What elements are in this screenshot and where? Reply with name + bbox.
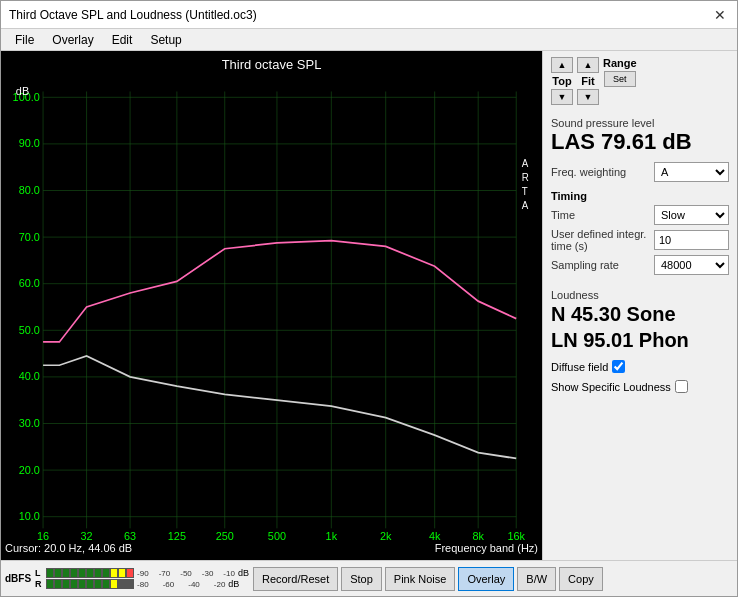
- level-R-row: R -80-60-40-20 dB: [35, 579, 249, 589]
- spl-value: LAS 79.61 dB: [551, 129, 729, 155]
- svg-text:2k: 2k: [380, 530, 392, 540]
- timing-section: Timing Time Slow Fast User defined integ…: [551, 190, 729, 275]
- svg-text:60.0: 60.0: [19, 277, 40, 289]
- diffuse-field-row: Diffuse field: [551, 360, 729, 373]
- menu-overlay[interactable]: Overlay: [44, 31, 101, 48]
- level-meters: L -90-70-50-30-10 dB: [35, 568, 249, 589]
- bottom-bar: dBFS L -9: [1, 560, 737, 596]
- user-defined-input[interactable]: [654, 230, 729, 250]
- time-select[interactable]: Slow Fast: [654, 205, 729, 225]
- right-panel: ▲ Top ▼ ▲ Fit ▼ Range Set Sound pressure…: [542, 51, 737, 560]
- dB-label-L: dB: [238, 568, 249, 578]
- svg-text:16k: 16k: [507, 530, 525, 540]
- top-up-button[interactable]: ▲: [551, 57, 573, 73]
- spl-section-label: Sound pressure level: [551, 117, 729, 129]
- show-specific-row: Show Specific Loudness: [551, 380, 729, 393]
- svg-text:30.0: 30.0: [19, 417, 40, 429]
- svg-text:T: T: [522, 186, 528, 197]
- svg-text:A: A: [522, 158, 529, 169]
- svg-text:90.0: 90.0: [19, 137, 40, 149]
- svg-text:R: R: [522, 172, 529, 183]
- L-scale: -90-70-50-30-10: [137, 569, 235, 578]
- cursor-text: Cursor: 20.0 Hz, 44.06 dB: [5, 542, 132, 554]
- svg-text:10.0: 10.0: [19, 510, 40, 522]
- sampling-label: Sampling rate: [551, 259, 619, 271]
- user-defined-row: User defined integr. time (s): [551, 228, 729, 252]
- main-window: Third Octave SPL and Loudness (Untitled.…: [0, 0, 738, 597]
- title-bar: Third Octave SPL and Loudness (Untitled.…: [1, 1, 737, 29]
- svg-text:63: 63: [124, 530, 136, 540]
- chart-area: Third octave SPL: [1, 51, 542, 560]
- sampling-select[interactable]: 48000 44100: [654, 255, 729, 275]
- chart-container: 100.0 90.0 80.0 70.0 60.0 50.0 40.0 30.0…: [5, 74, 538, 540]
- spl-section: Sound pressure level LAS 79.61 dB: [551, 113, 729, 155]
- pink-noise-button[interactable]: Pink Noise: [385, 567, 456, 591]
- svg-text:70.0: 70.0: [19, 230, 40, 242]
- svg-text:dB: dB: [16, 85, 29, 97]
- freq-weighting-row: Freq. weighting A B C Z: [551, 162, 729, 182]
- svg-text:32: 32: [81, 530, 93, 540]
- top-down-button[interactable]: ▼: [551, 89, 573, 105]
- R-scale: -80-60-40-20: [137, 580, 225, 589]
- close-button[interactable]: ✕: [711, 6, 729, 24]
- svg-text:16: 16: [37, 530, 49, 540]
- loudness-section: Loudness N 45.30 Sone LN 95.01 Phon: [551, 285, 729, 353]
- svg-text:125: 125: [168, 530, 186, 540]
- dbfs-label: dBFS: [5, 573, 31, 584]
- freq-band-label: Frequency band (Hz): [435, 542, 538, 554]
- show-specific-label: Show Specific Loudness: [551, 381, 671, 393]
- svg-text:500: 500: [268, 530, 286, 540]
- n-value: N 45.30 Sone: [551, 301, 729, 327]
- time-row: Time Slow Fast: [551, 205, 729, 225]
- diffuse-field-label: Diffuse field: [551, 361, 608, 373]
- time-label: Time: [551, 209, 575, 221]
- L-label: L: [35, 568, 45, 578]
- timing-title: Timing: [551, 190, 729, 202]
- stop-button[interactable]: Stop: [341, 567, 382, 591]
- freq-weighting-label: Freq. weighting: [551, 166, 626, 178]
- show-specific-checkbox[interactable]: [675, 380, 688, 393]
- svg-text:1k: 1k: [326, 530, 338, 540]
- fit-nav-group: ▲ Fit ▼: [577, 57, 599, 105]
- action-buttons: Record/Reset Stop Pink Noise Overlay B/W…: [253, 567, 603, 591]
- loudness-section-label: Loudness: [551, 289, 729, 301]
- bw-button[interactable]: B/W: [517, 567, 556, 591]
- user-defined-label: User defined integr. time (s): [551, 228, 651, 252]
- chart-title: Third octave SPL: [5, 55, 538, 74]
- copy-button[interactable]: Copy: [559, 567, 603, 591]
- fit-up-button[interactable]: ▲: [577, 57, 599, 73]
- level-R-bar: [46, 579, 134, 589]
- record-reset-button[interactable]: Record/Reset: [253, 567, 338, 591]
- diffuse-field-checkbox[interactable]: [612, 360, 625, 373]
- dB-label-R: dB: [228, 579, 239, 589]
- menu-edit[interactable]: Edit: [104, 31, 141, 48]
- range-label: Range: [603, 57, 637, 69]
- ln-value: LN 95.01 Phon: [551, 327, 729, 353]
- level-L-row: L -90-70-50-30-10 dB: [35, 568, 249, 578]
- R-label: R: [35, 579, 45, 589]
- chart-svg: 100.0 90.0 80.0 70.0 60.0 50.0 40.0 30.0…: [5, 74, 538, 540]
- svg-text:80.0: 80.0: [19, 184, 40, 196]
- freq-weighting-select[interactable]: A B C Z: [654, 162, 729, 182]
- top-label: Top: [552, 75, 571, 87]
- main-content: Third octave SPL: [1, 51, 737, 560]
- overlay-button[interactable]: Overlay: [458, 567, 514, 591]
- svg-text:40.0: 40.0: [19, 370, 40, 382]
- fit-label: Fit: [581, 75, 594, 87]
- svg-text:A: A: [522, 200, 529, 211]
- nav-controls: ▲ Top ▼ ▲ Fit ▼ Range Set: [551, 57, 729, 105]
- svg-text:4k: 4k: [429, 530, 441, 540]
- range-button[interactable]: Set: [604, 71, 636, 87]
- window-title: Third Octave SPL and Loudness (Untitled.…: [9, 8, 257, 22]
- svg-text:8k: 8k: [472, 530, 484, 540]
- svg-text:250: 250: [216, 530, 234, 540]
- svg-text:20.0: 20.0: [19, 463, 40, 475]
- menu-file[interactable]: File: [7, 31, 42, 48]
- level-L-bar: [46, 568, 134, 578]
- menu-bar: File Overlay Edit Setup: [1, 29, 737, 51]
- menu-setup[interactable]: Setup: [142, 31, 189, 48]
- fit-down-button[interactable]: ▼: [577, 89, 599, 105]
- sampling-row: Sampling rate 48000 44100: [551, 255, 729, 275]
- svg-text:50.0: 50.0: [19, 323, 40, 335]
- chart-footer: Cursor: 20.0 Hz, 44.06 dB Frequency band…: [5, 540, 538, 556]
